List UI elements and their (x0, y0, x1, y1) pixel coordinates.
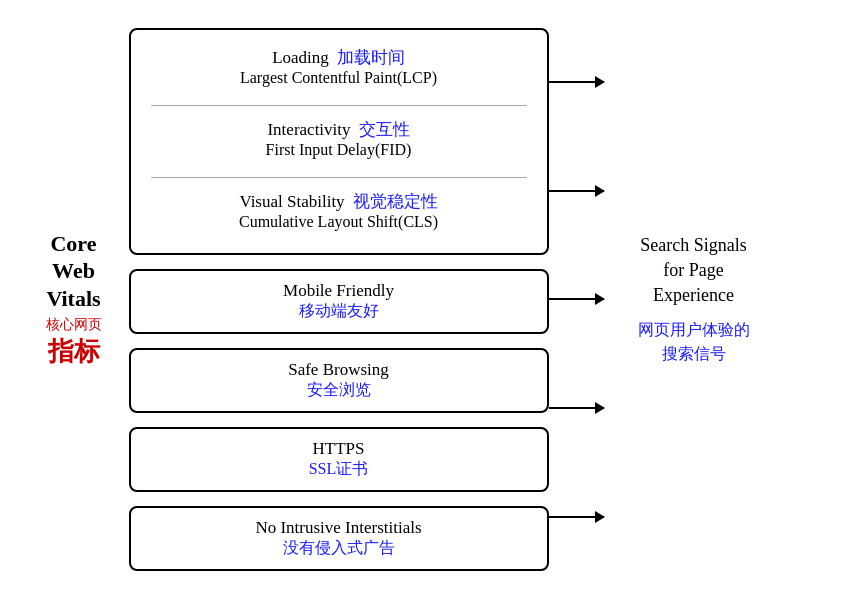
interstitials-zh: 没有侵入式广告 (147, 538, 531, 559)
fid-label: First Input Delay(FID) (151, 141, 527, 159)
diagram: Core Web Vitals 核心网页 指标 Loading 加载时间 Lar… (19, 28, 839, 571)
arrow-1 (549, 81, 604, 83)
safe-browsing-en: Safe Browsing (147, 360, 531, 380)
metric-group-1: Loading 加载时间 Largest Contentful Paint(LC… (151, 46, 527, 87)
small-box-mobile: Mobile Friendly 移动端友好 (129, 269, 549, 334)
https-en: HTTPS (147, 439, 531, 459)
arrow-4 (549, 407, 604, 409)
mobile-friendly-en: Mobile Friendly (147, 281, 531, 301)
https-zh: SSL证书 (147, 459, 531, 480)
interactivity-zh: 交互性 (359, 118, 410, 141)
metric-group-2: Interactivity 交互性 First Input Delay(FID) (151, 118, 527, 159)
right-label: Search Signals for Page Experience 网页用户体… (629, 233, 759, 367)
small-box-safe: Safe Browsing 安全浏览 (129, 348, 549, 413)
small-box-https: HTTPS SSL证书 (129, 427, 549, 492)
interstitials-en: No Intrusive Interstitials (147, 518, 531, 538)
cls-label: Cumulative Layout Shift(CLS) (151, 213, 527, 231)
search-signals-en: Search Signals for Page Experience (629, 233, 759, 309)
cwv-english: Core Web Vitals (46, 230, 100, 313)
big-box: Loading 加载时间 Largest Contentful Paint(LC… (129, 28, 549, 255)
arrow-5 (549, 516, 604, 518)
cwv-chinese-big: 指标 (48, 334, 100, 369)
search-signals-zh: 网页用户体验的搜索信号 (629, 318, 759, 366)
small-box-interstitials: No Intrusive Interstitials 没有侵入式广告 (129, 506, 549, 571)
lcp-label: Largest Contentful Paint(LCP) (151, 69, 527, 87)
arrows-section (549, 28, 629, 571)
boxes-section: Loading 加载时间 Largest Contentful Paint(LC… (129, 28, 549, 571)
safe-browsing-zh: 安全浏览 (147, 380, 531, 401)
loading-zh: 加载时间 (337, 46, 405, 69)
arrow-2 (549, 190, 604, 192)
metric-group-3: Visual Stability 视觉稳定性 Cumulative Layout… (151, 190, 527, 231)
visual-stability-zh: 视觉稳定性 (353, 190, 438, 213)
visual-stability-label: Visual Stability (239, 192, 344, 212)
interactivity-label: Interactivity (267, 120, 350, 140)
cwv-chinese-small: 核心网页 (46, 316, 102, 334)
loading-label: Loading (272, 48, 329, 68)
left-labels: Core Web Vitals 核心网页 指标 (19, 230, 129, 370)
mobile-friendly-zh: 移动端友好 (147, 301, 531, 322)
arrow-3 (549, 298, 604, 300)
